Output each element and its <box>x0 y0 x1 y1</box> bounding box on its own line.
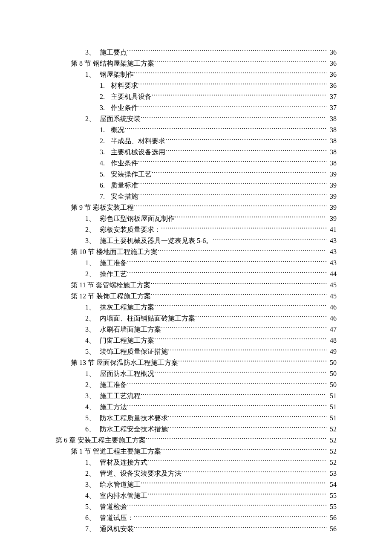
toc-leader-dots <box>127 269 326 276</box>
toc-leader-dots <box>134 513 326 520</box>
toc-row: 第 12 节 装饰工程施工方案45 <box>55 291 337 302</box>
toc-page-number: 46 <box>326 313 337 324</box>
toc-title: 管材及连接方式 <box>100 457 147 468</box>
toc-page-number: 46 <box>326 302 337 313</box>
toc-number: 第 11 节 <box>71 280 94 291</box>
toc-title: 管道、设备安装要求及方法 <box>100 468 182 479</box>
toc-leader-dots <box>154 369 326 376</box>
toc-title: 彩色压型钢板屋面瓦制作 <box>100 213 175 224</box>
toc-page-number: 51 <box>326 413 337 424</box>
toc-row: 1. 材料要求36 <box>55 80 337 91</box>
toc-row: 5、防水工程质量技术要求51 <box>55 413 337 424</box>
toc-title: 操作工艺 <box>100 269 127 280</box>
toc-page-number: 51 <box>326 390 337 402</box>
toc-page-number: 38 <box>326 158 337 169</box>
toc-number: 1、 <box>85 302 98 313</box>
toc-title: 钢屋架制作 <box>100 69 134 80</box>
toc-row: 第 9 节 彩板安装工程39 <box>55 202 337 213</box>
toc-page-number: 36 <box>326 80 337 91</box>
toc-title: 套管螺栓施工方案 <box>96 280 150 291</box>
toc-number: 4. <box>100 158 109 169</box>
toc-row: 7、通风机安装56 <box>55 523 337 535</box>
toc-leader-dots <box>134 70 326 77</box>
toc-page-number: 52 <box>326 435 337 446</box>
toc-number: 第 6 章 <box>55 435 76 446</box>
toc-leader-dots <box>127 258 326 265</box>
toc-leader-dots <box>138 181 326 188</box>
toc-leader-dots <box>168 425 326 431</box>
toc-title: 施工工艺流程 <box>100 390 141 402</box>
toc-title: 装饰工程质量保证措施 <box>100 346 168 357</box>
toc-page-number: 47 <box>326 324 337 335</box>
toc-number: 1、 <box>85 257 98 269</box>
toc-title: 施工方法 <box>100 402 127 413</box>
toc-page-number: 56 <box>326 523 337 535</box>
toc-number: 3、 <box>85 235 98 246</box>
toc-row: 7. 安全措施39 <box>55 191 337 202</box>
toc-row: 6、防水工程安全技术措施52 <box>55 424 337 435</box>
toc-leader-dots <box>127 502 326 509</box>
toc-number: 1、 <box>85 213 98 224</box>
toc-title: 内墙面、柱面铺贴面砖施工方案 <box>100 313 195 324</box>
toc-leader-dots <box>152 170 326 176</box>
toc-row: 3. 主要机械设备选用38 <box>55 147 337 158</box>
toc-page-number: 41 <box>326 224 337 235</box>
toc-title: 材料要求 <box>111 80 138 91</box>
toc-number: 5、 <box>85 346 98 357</box>
toc-number: 第 10 节 <box>71 246 95 257</box>
toc-leader-dots <box>154 336 326 343</box>
toc-row: 1、施工准备43 <box>55 257 337 269</box>
toc-title: 装饰工程施工方案 <box>96 291 151 302</box>
toc-number: 3、 <box>85 47 98 58</box>
toc-leader-dots <box>195 314 326 321</box>
toc-row: 2. 半成品、材料要求38 <box>55 136 337 147</box>
toc-row: 2、操作工艺44 <box>55 269 337 280</box>
toc-title: 主要机械设备选用 <box>111 147 165 158</box>
toc-number: 3、 <box>85 324 98 335</box>
toc-row: 3、施工主要机械及器具一览表见表 5-6。43 <box>55 235 337 246</box>
toc-number: 5、 <box>85 413 98 424</box>
toc-page-number: 36 <box>326 47 337 58</box>
toc-page-number: 54 <box>326 479 337 490</box>
toc-row: 2. 主要机具设备37 <box>55 91 337 102</box>
toc-leader-dots <box>151 292 326 298</box>
toc-page-number: 38 <box>326 136 337 147</box>
toc-title: 屋面保温防水工程施工方案 <box>96 357 178 368</box>
toc-row: 3、施工要点36 <box>55 47 337 58</box>
toc-leader-dots <box>127 380 326 387</box>
toc-leader-dots <box>134 203 326 210</box>
toc-number: 第 12 节 <box>71 291 95 302</box>
toc-row: 1、屋面防水工程概况50 <box>55 368 337 379</box>
toc-title: 屋面系统安装 <box>100 113 141 124</box>
toc-title: 施工准备 <box>100 379 127 390</box>
toc-number: 6、 <box>85 424 98 435</box>
toc-page-number: 39 <box>326 180 337 191</box>
toc-number: 1. <box>100 80 109 91</box>
toc-page-number: 38 <box>326 124 337 136</box>
toc-number: 3、 <box>85 479 98 490</box>
toc-title: 主要机具设备 <box>111 91 152 102</box>
toc-page-number: 44 <box>326 269 337 280</box>
toc-row: 3、施工工艺流程51 <box>55 390 337 402</box>
toc-page-number: 45 <box>326 291 337 302</box>
toc-title: 施工准备 <box>100 257 127 269</box>
toc-number: 第 1 节 <box>71 446 91 457</box>
toc-title: 防水工程质量技术要求 <box>100 413 168 424</box>
toc-title: 安装操作工艺 <box>111 169 152 180</box>
toc-leader-dots <box>124 125 326 132</box>
toc-leader-dots <box>138 103 326 110</box>
toc-row: 1. 概况38 <box>55 124 337 136</box>
toc-leader-dots <box>178 358 326 365</box>
toc-leader-dots <box>165 136 326 143</box>
toc-row: 2、管道、设备安装要求及方法53 <box>55 468 337 479</box>
toc-page-number: 36 <box>326 69 337 80</box>
toc-number: 1、 <box>85 368 98 379</box>
toc-page-number: 38 <box>326 147 337 158</box>
toc-row: 3. 作业条件37 <box>55 102 337 113</box>
toc-number: 3. <box>100 147 109 158</box>
toc-number: 1、 <box>85 457 98 468</box>
toc-number: 3. <box>100 102 109 113</box>
toc-leader-dots <box>138 192 326 199</box>
toc-row: 1、钢屋架制作36 <box>55 69 337 80</box>
toc-title: 质量标准 <box>111 180 138 191</box>
